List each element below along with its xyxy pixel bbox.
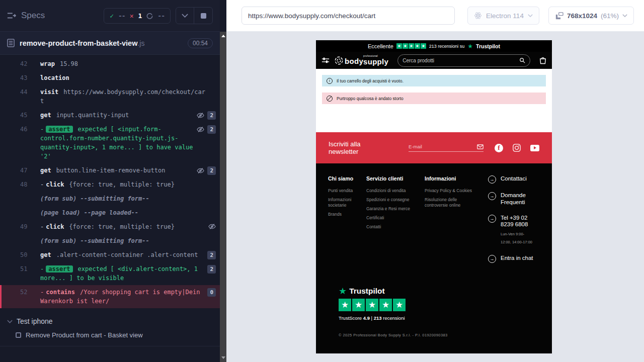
newsletter-email-input[interactable] — [409, 144, 475, 149]
preview-stage: Eccellente ★★★★★ 213 recensioni su ★ Tru… — [226, 32, 644, 362]
contact-item[interactable]: →Tel +39 02 8239 6808Lun-Ven 9:00-12:00,… — [488, 215, 552, 246]
command-row[interactable]: 42wrap15.98 — [0, 57, 220, 71]
menu-icon[interactable] — [321, 57, 330, 64]
logo-mark-icon — [335, 56, 343, 65]
trustpilot-brand: Trustpilot — [476, 43, 500, 49]
product-search-input[interactable] — [403, 58, 519, 63]
command-row[interactable]: 48-click{force: true, multiple: true}(fo… — [0, 177, 220, 220]
command-row[interactable]: 52-contains/Your shopping cart is empty|… — [0, 285, 220, 308]
footer-link[interactable]: Certificati — [366, 215, 413, 221]
newsletter-band: Iscriviti alla newsletter f — [316, 132, 552, 163]
command-row[interactable]: 46-assertexpected [ <input.form-control.… — [0, 122, 220, 163]
command-row[interactable]: 44visithttps://www.bodysupply.com/checko… — [0, 85, 220, 108]
line-number: 49 — [20, 222, 36, 245]
test-row[interactable]: Remove Product from cart - Basket view — [0, 327, 220, 343]
star-icon: ★ — [379, 299, 392, 311]
command-row[interactable]: 51-assertexpected [ <div.alert-content>,… — [0, 262, 220, 285]
contact-item[interactable]: →Domande Frequenti — [488, 192, 552, 206]
trustbar-rating-word: Eccellente — [368, 43, 393, 49]
shop-logo[interactable]: body professional supply — [335, 55, 388, 66]
spec-name: remove-product-from-basket-view — [20, 39, 137, 47]
element-count-badge[interactable]: 2 — [207, 125, 216, 134]
trust-widget-stars: ★★★★★ — [339, 299, 552, 311]
line-number: 51 — [20, 264, 36, 283]
contact-label: Contattaci — [501, 175, 527, 183]
cart-page-body: i Il tuo carrello degli acquisti è vuoto… — [316, 69, 552, 132]
command-dash: - — [40, 289, 44, 296]
footer-link[interactable]: Condizioni di vendita — [366, 188, 413, 194]
instagram-icon[interactable] — [513, 144, 521, 152]
cart-icon[interactable] — [539, 56, 546, 64]
footer-column-heading: Servizio clienti — [366, 175, 413, 183]
stop-button[interactable] — [194, 8, 212, 24]
footer-link[interactable]: Spedizioni e consegne — [366, 197, 413, 203]
product-search[interactable] — [397, 54, 530, 67]
reporter-controls — [176, 7, 213, 24]
command-row[interactable]: 45getinput.quantity-input2 — [0, 108, 220, 122]
test-title: Remove Product from cart - Basket view — [26, 331, 143, 339]
footer-link[interactable]: Brands — [328, 212, 357, 217]
facebook-icon[interactable]: f — [495, 144, 503, 152]
command-row[interactable]: 43location — [0, 71, 220, 85]
suite-row[interactable]: Test iphone — [0, 315, 220, 327]
search-icon[interactable] — [519, 57, 525, 63]
element-count-badge[interactable]: 2 — [207, 251, 216, 259]
footer-column-heading: Informazioni — [425, 175, 477, 183]
hidden-icon — [208, 223, 216, 230]
element-count-badge[interactable]: 2 — [207, 166, 216, 175]
command-row[interactable]: 49-click{force: true, multiple: true}(fo… — [0, 220, 220, 248]
shop-footer: Chi siamoPunti venditaInformazioni socie… — [316, 163, 552, 353]
viewport-selector[interactable]: 768x1024 (61%) — [548, 7, 634, 25]
scroll-up-arrow-icon[interactable] — [221, 35, 225, 37]
command-dash: - — [40, 223, 44, 230]
footer-link[interactable]: Privacy Policy & Cookies — [425, 188, 477, 194]
email-icon[interactable] — [477, 144, 484, 149]
failed-count: 1 — [138, 12, 142, 20]
footer-link[interactable]: Garanzia e Resi merce — [366, 206, 413, 212]
command-args: {force: true, multiple: true} — [69, 181, 175, 188]
scrollbar-track[interactable] — [220, 32, 226, 362]
reporter-header: Specs ✓ -- ✕ 1 -- — [0, 0, 220, 32]
command-name: get — [40, 112, 51, 119]
element-count-badge[interactable]: 2 — [207, 265, 216, 274]
contact-item[interactable]: →Entra in chat — [488, 255, 552, 263]
trust-widget-brand: Trustpilot — [349, 287, 385, 296]
command-row[interactable]: 47getbutton.line-item-remove-button2 — [0, 163, 220, 177]
command-name: assert — [46, 126, 72, 133]
suite-title: Test iphone — [17, 317, 53, 325]
footer-link[interactable]: Risoluzione delle controversie online — [425, 197, 477, 208]
youtube-icon[interactable] — [530, 145, 539, 151]
reporter-scrollbar[interactable] — [220, 0, 226, 362]
trustbar-reviews: 213 recensioni su — [429, 44, 465, 49]
browser-selector[interactable]: Electron 114 — [467, 7, 539, 25]
newsletter-email-field[interactable] — [409, 144, 484, 152]
chevron-down-icon — [622, 14, 627, 17]
star-icon: ★ — [366, 299, 378, 311]
specs-list-icon[interactable] — [7, 12, 16, 20]
trustscore-value: 4.9 — [363, 315, 370, 321]
contact-arrow-icon: → — [488, 175, 496, 184]
collapse-button[interactable] — [176, 8, 194, 24]
command-name: get — [40, 251, 51, 258]
divider — [0, 346, 220, 346]
footer-link[interactable]: Punti vendita — [328, 188, 357, 194]
command-name: contains — [46, 289, 75, 296]
trustpilot-widget[interactable]: ★ Trustpilot ★★★★★ TrustScore 4.9 | 213 … — [339, 287, 552, 321]
footer-link[interactable]: Informazioni societarie — [328, 197, 357, 208]
command-args: {force: true, multiple: true} — [69, 223, 175, 230]
contact-item[interactable]: →Contattaci — [488, 175, 552, 184]
spec-title-row[interactable]: remove-product-from-basket-view.js 00:54 — [0, 32, 220, 55]
scroll-down-arrow-icon[interactable] — [221, 356, 225, 359]
error-alert: Purtroppo qualcosa è andato storto — [322, 93, 546, 104]
line-number: 46 — [20, 125, 36, 161]
url-input[interactable] — [242, 7, 455, 25]
trustpilot-star-icon: ★ — [339, 287, 347, 296]
command-args: button.line-item-remove-button — [56, 167, 166, 174]
element-count-badge[interactable]: 0 — [207, 288, 216, 297]
element-count-badge[interactable]: 2 — [207, 111, 216, 120]
command-name: location — [40, 74, 69, 81]
trustpilot-banner[interactable]: Eccellente ★★★★★ 213 recensioni su ★ Tru… — [316, 40, 552, 52]
footer-link[interactable]: Contatti — [366, 224, 413, 230]
command-row[interactable]: 50get.alert-content-container .alert-con… — [0, 248, 220, 262]
footer-contacts: →Contattaci→Domande Frequenti→Tel +39 02… — [488, 175, 552, 272]
